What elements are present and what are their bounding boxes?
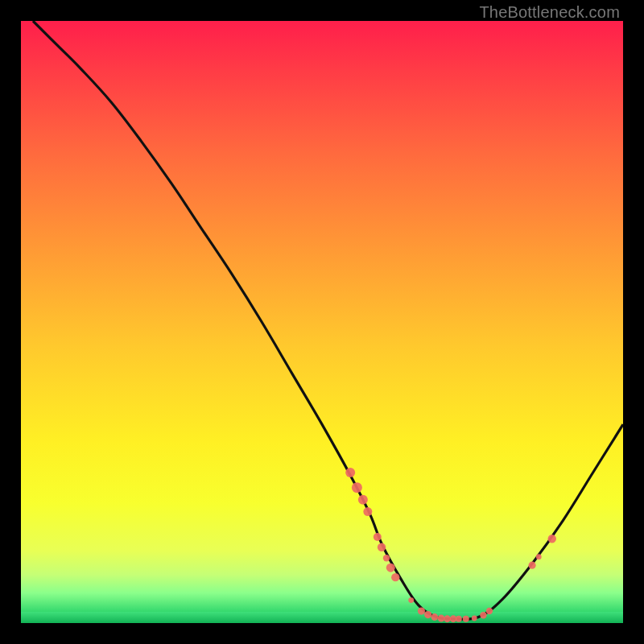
curve-marker [374,533,382,541]
curve-marker [418,607,425,614]
chart-svg [21,21,623,623]
curve-marker [408,597,414,603]
curve-marker [386,564,395,572]
curve-marker [472,616,477,621]
curve-marker [548,535,556,543]
chart-frame [21,21,623,623]
curve-marker [358,495,368,505]
watermark-text: TheBottleneck.com [479,3,620,22]
curve-marker [438,615,445,622]
curve-marker [363,507,372,516]
curve-marker [383,555,390,561]
curve-marker [463,616,469,622]
curve-marker [431,613,438,621]
curve-markers-group [345,468,556,622]
curve-marker [345,468,355,477]
curve-marker [378,543,386,551]
curve-marker [528,562,535,569]
curve-marker [391,573,399,581]
bottleneck-curve-path [33,21,623,619]
curve-marker [480,612,486,618]
curve-marker [352,482,362,493]
curve-marker [486,608,493,614]
curve-marker [536,554,542,559]
curve-marker [424,611,431,618]
curve-marker [444,615,451,622]
curve-marker [456,616,462,622]
